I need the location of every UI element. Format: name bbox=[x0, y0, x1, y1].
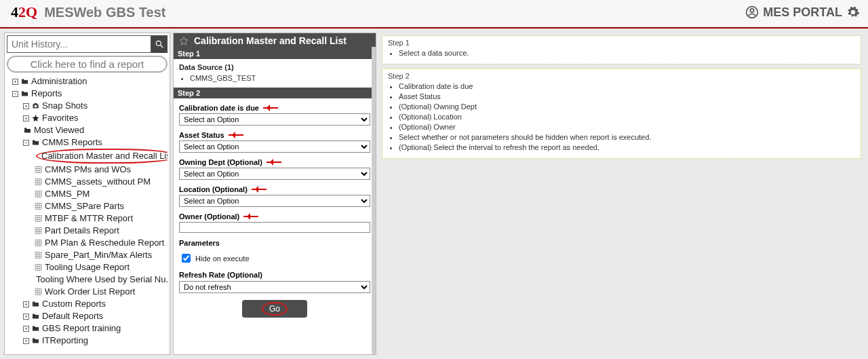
star-outline-icon[interactable] bbox=[179, 36, 189, 45]
tree-node-itreporting[interactable]: + ITReporting bbox=[23, 335, 167, 347]
tree-leaf[interactable]: Tooling Usage Report bbox=[34, 261, 167, 273]
grid-icon bbox=[34, 239, 43, 247]
grid-icon bbox=[34, 263, 43, 271]
grid-icon bbox=[34, 178, 43, 186]
data-source-label: Data Source (1) bbox=[179, 63, 370, 71]
grid-icon bbox=[34, 288, 43, 296]
nav-tree: + Administration − Reports + Snap Shots … bbox=[7, 75, 167, 347]
scrollbar[interactable] bbox=[372, 47, 376, 354]
highlight-arrow-icon bbox=[229, 132, 249, 138]
folder-icon bbox=[31, 300, 40, 308]
grid-icon bbox=[34, 190, 43, 198]
location-select[interactable]: Select an Option bbox=[179, 195, 370, 207]
tree-leaf[interactable]: CMMS_SPare Parts bbox=[34, 200, 167, 212]
tree-leaf[interactable]: CMMS_PM bbox=[34, 188, 167, 200]
tree-leaf[interactable]: Part Details Report bbox=[34, 225, 167, 237]
portal-link[interactable]: MES PORTAL bbox=[745, 5, 860, 20]
grid-icon bbox=[34, 251, 43, 259]
owner-input[interactable] bbox=[179, 222, 370, 233]
tree-node-snapshots[interactable]: + Snap Shots bbox=[23, 100, 167, 112]
field-label-location: Location (Optional) bbox=[179, 185, 248, 193]
owning-dept-select[interactable]: Select an Option bbox=[179, 168, 370, 180]
highlight-arrow-icon bbox=[263, 105, 283, 111]
help-panel: Step 1 Select a data source. Step 2 Cali… bbox=[379, 33, 864, 355]
grid-icon bbox=[34, 166, 43, 174]
tree-node-favorites[interactable]: + Favorites bbox=[23, 112, 167, 124]
star-icon bbox=[31, 114, 40, 122]
gear-icon bbox=[846, 5, 860, 19]
panel-header: Calibration Master and Recall List bbox=[174, 33, 376, 48]
hide-on-execute-label: Hide on execute bbox=[195, 254, 250, 263]
nav-sidebar: Click here to find a report + Administra… bbox=[4, 33, 170, 355]
parameters-panel: Calibration Master and Recall List Step … bbox=[173, 33, 376, 355]
folder-icon bbox=[20, 90, 29, 98]
parameters-label: Parameters bbox=[179, 239, 220, 247]
top-bar: 42Q MESWeb GBS Test MES PORTAL bbox=[0, 0, 868, 29]
step2-bar: Step 2 bbox=[174, 88, 376, 98]
tree-node-gbs-training[interactable]: + GBS Report training bbox=[23, 322, 167, 335]
help-step2-box: Step 2 Calibration date is due Asset Sta… bbox=[382, 69, 861, 159]
search-icon bbox=[155, 39, 164, 49]
tree-node-custom-reports[interactable]: + Custom Reports bbox=[23, 298, 167, 310]
grid-icon bbox=[34, 202, 43, 210]
tree-node-default-reports[interactable]: + Default Reports bbox=[23, 310, 167, 322]
grid-icon bbox=[34, 214, 43, 223]
folder-icon bbox=[31, 337, 40, 345]
field-label-owner: Owner (Optional) bbox=[179, 212, 239, 221]
tree-leaf[interactable]: CMMS PMs and WOs bbox=[34, 164, 167, 176]
tree-leaf[interactable]: Work Order List Report bbox=[34, 286, 167, 298]
field-label-refresh-rate: Refresh Rate (Optional) bbox=[179, 271, 262, 279]
folder-icon bbox=[20, 77, 29, 86]
tree-node-cmms-reports[interactable]: − CMMS Reports bbox=[23, 136, 167, 149]
asset-status-select[interactable]: Select an Option bbox=[179, 140, 370, 153]
tree-leaf[interactable]: MTBF & MTTR Report bbox=[34, 212, 167, 225]
highlight-arrow-icon bbox=[267, 159, 287, 165]
user-circle-icon bbox=[745, 5, 759, 19]
tree-leaf[interactable]: PM Plan & Reschedule Report bbox=[34, 237, 167, 249]
field-label-asset-status: Asset Status bbox=[179, 131, 224, 139]
tree-leaf[interactable]: Spare_Part_Min/Max Alerts bbox=[34, 249, 167, 261]
app-title: MESWeb GBS Test bbox=[44, 5, 165, 20]
tree-node-reports[interactable]: − Reports bbox=[12, 88, 167, 100]
calibration-date-select[interactable]: Select an Option bbox=[179, 113, 370, 126]
unit-history-search-input[interactable] bbox=[7, 35, 151, 53]
folder-icon bbox=[23, 126, 32, 134]
camera-icon bbox=[31, 102, 40, 110]
tree-leaf[interactable]: Tooling Where Used by Serial Nu... bbox=[34, 273, 167, 286]
folder-icon bbox=[31, 312, 40, 320]
tree-node-administration[interactable]: + Administration bbox=[12, 75, 167, 88]
folder-icon bbox=[31, 138, 40, 147]
find-report-button[interactable]: Click here to find a report bbox=[7, 56, 167, 73]
highlight-arrow-icon bbox=[243, 214, 264, 219]
tree-node-mostviewed[interactable]: Most Viewed bbox=[23, 124, 167, 136]
brand-logo: 42Q bbox=[11, 3, 37, 21]
field-label-owning-dept: Owning Dept (Optional) bbox=[179, 158, 262, 166]
folder-icon bbox=[31, 324, 40, 333]
search-button[interactable] bbox=[151, 35, 167, 53]
field-label-calibration-date: Calibration date is due bbox=[179, 104, 259, 112]
tree-leaf[interactable]: CMMS_assets_without PM bbox=[34, 176, 167, 188]
hide-on-execute-checkbox[interactable] bbox=[182, 254, 191, 263]
refresh-rate-select[interactable]: Do not refresh bbox=[179, 281, 370, 293]
go-button[interactable]: Go bbox=[242, 300, 307, 318]
grid-icon bbox=[34, 227, 43, 235]
help-step1-box: Step 1 Select a data source. bbox=[382, 35, 861, 64]
tree-leaf-calibration-master[interactable]: Calibration Master and Recall List bbox=[34, 149, 167, 164]
data-source-value: CMMS_GBS_TEST bbox=[190, 74, 370, 82]
step1-bar: Step 1 bbox=[174, 48, 376, 59]
highlight-arrow-icon bbox=[252, 187, 272, 192]
